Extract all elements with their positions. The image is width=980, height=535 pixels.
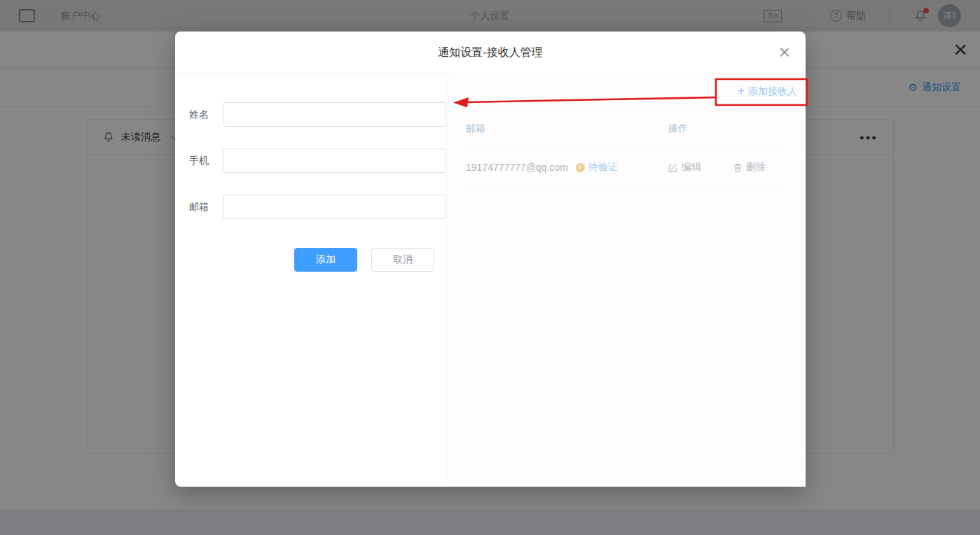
plus-icon: + bbox=[738, 85, 745, 97]
recipient-email: 19174777777@qq.com bbox=[466, 162, 568, 173]
recipient-table: 邮箱 操作 19174777777@qq.com ! 待验证 bbox=[448, 109, 806, 186]
phone-field[interactable] bbox=[223, 148, 446, 173]
delete-button[interactable]: 删除 bbox=[733, 161, 766, 174]
column-header-action: 操作 bbox=[668, 123, 788, 135]
name-field[interactable] bbox=[223, 102, 446, 127]
recipient-management-modal: 通知设置-接收人管理 × 姓名 手机 邮箱 添加 取消 bbox=[175, 32, 806, 487]
edit-button[interactable]: 编辑 bbox=[668, 161, 701, 174]
recipient-list-pane: + 添加接收人 邮箱 操作 19174777777@qq.com ! 待验证 bbox=[448, 74, 806, 487]
add-button[interactable]: 添加 bbox=[294, 248, 357, 272]
status-label: 待验证 bbox=[588, 161, 618, 174]
table-row: 19174777777@qq.com ! 待验证 编辑 bbox=[466, 149, 788, 186]
trash-icon bbox=[733, 163, 742, 172]
modal-title: 通知设置-接收人管理 bbox=[438, 46, 542, 60]
add-recipient-button[interactable]: + 添加接收人 bbox=[738, 85, 797, 98]
email-label: 邮箱 bbox=[189, 201, 219, 214]
delete-label: 删除 bbox=[746, 161, 766, 174]
name-label: 姓名 bbox=[189, 109, 219, 121]
column-header-email: 邮箱 bbox=[466, 123, 668, 135]
email-field[interactable] bbox=[223, 195, 446, 219]
add-recipient-label: 添加接收人 bbox=[748, 85, 797, 98]
edit-label: 编辑 bbox=[682, 161, 701, 174]
cancel-button[interactable]: 取消 bbox=[371, 248, 434, 272]
warning-icon: ! bbox=[576, 163, 585, 172]
phone-label: 手机 bbox=[189, 155, 219, 167]
add-recipient-form: 姓名 手机 邮箱 添加 取消 bbox=[175, 74, 448, 487]
modal-close-icon[interactable]: × bbox=[779, 43, 790, 62]
edit-icon bbox=[668, 163, 677, 172]
status-badge: ! 待验证 bbox=[576, 161, 618, 174]
